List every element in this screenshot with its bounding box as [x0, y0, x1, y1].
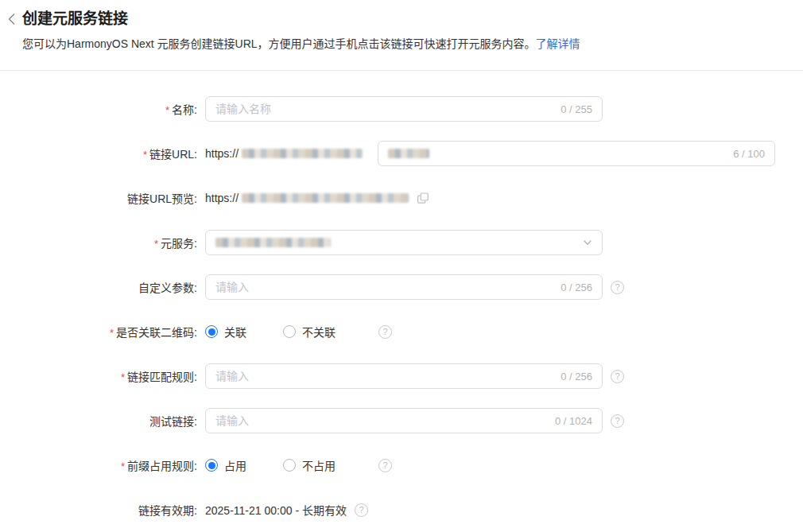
test-link-label: 测试链接: — [0, 413, 197, 429]
form-row-prefix-occupy: *前缀占用规则: 占用 不占用 ? — [0, 452, 803, 478]
radio-unselected-icon — [283, 325, 296, 338]
required-asterisk: * — [110, 327, 114, 339]
custom-params-label: 自定义参数: — [0, 279, 197, 295]
form-row-link-url: *链接URL: https:// 6 / 100 — [0, 141, 803, 166]
required-asterisk: * — [165, 104, 169, 116]
page-subtitle: 您可以为HarmonyOS Next 元服务创建链接URL，方便用户通过手机点击… — [22, 35, 580, 51]
name-label: *名称: — [0, 101, 197, 117]
help-icon[interactable]: ? — [611, 414, 624, 428]
help-icon[interactable]: ? — [378, 325, 392, 339]
required-asterisk: * — [143, 149, 147, 161]
chevron-down-icon — [583, 238, 592, 247]
test-link-char-counter: 0 / 1024 — [555, 415, 592, 427]
radio-selected-icon — [205, 459, 218, 472]
url-preview-label: 链接URL预览: — [0, 190, 197, 206]
redacted-domain-text — [242, 149, 363, 158]
create-link-form: *名称: 0 / 255 *链接URL: https:// 6 / 100 链接… — [0, 71, 803, 522]
form-row-qr-associate: *是否关联二维码: 关联 不关联 ? — [0, 319, 803, 344]
atomic-service-select[interactable] — [205, 230, 603, 255]
custom-params-char-counter: 0 / 256 — [561, 282, 592, 293]
form-row-test-link: 测试链接: 0 / 1024 ? — [0, 408, 803, 433]
help-icon[interactable]: ? — [611, 281, 624, 294]
link-url-label: *链接URL: — [0, 146, 197, 161]
radio-unselected-icon — [283, 459, 296, 472]
custom-params-input[interactable] — [215, 281, 554, 293]
back-icon[interactable] — [5, 12, 19, 26]
link-url-char-counter: 6 / 100 — [733, 148, 765, 160]
radio-option-not-occupy[interactable]: 不占用 — [283, 457, 336, 473]
name-char-counter: 0 / 255 — [561, 103, 592, 115]
qr-associate-label: *是否关联二维码: — [0, 324, 197, 340]
link-match-rule-input[interactable] — [215, 370, 554, 382]
radio-option-associate[interactable]: 关联 — [205, 324, 246, 340]
prefix-occupy-label: *前缀占用规则: — [0, 457, 197, 473]
redacted-service-name — [215, 238, 331, 247]
help-icon[interactable]: ? — [611, 370, 624, 383]
link-url-prefix: https:// — [205, 147, 378, 160]
radio-option-not-associate[interactable]: 不关联 — [283, 324, 336, 340]
help-icon[interactable]: ? — [355, 503, 368, 517]
url-scheme-text: https:// — [205, 147, 239, 160]
form-row-name: *名称: 0 / 255 — [0, 96, 803, 122]
help-icon[interactable]: ? — [378, 459, 392, 472]
link-validity-label: 链接有效期: — [0, 502, 197, 518]
page-header: 创建元服务链接 您可以为HarmonyOS Next 元服务创建链接URL，方便… — [0, 0, 803, 71]
form-row-link-validity: 链接有效期: 2025-11-21 00:00 - 长期有效 ? — [0, 497, 803, 522]
redacted-preview-url — [242, 193, 409, 203]
radio-selected-icon — [205, 325, 218, 338]
learn-more-link[interactable]: 了解详情 — [536, 37, 580, 50]
name-input-box: 0 / 255 — [205, 96, 603, 122]
link-validity-value: 2025-11-21 00:00 - 长期有效 — [205, 502, 347, 518]
form-row-atomic-service: *元服务: — [0, 230, 803, 255]
atomic-service-label: *元服务: — [0, 235, 197, 250]
required-asterisk: * — [121, 371, 125, 383]
test-link-input[interactable] — [215, 414, 549, 427]
link-match-rule-input-box: 0 / 256 — [205, 363, 603, 389]
link-url-input-box: 6 / 100 — [378, 141, 775, 166]
radio-option-occupy[interactable]: 占用 — [205, 457, 246, 473]
url-preview-scheme-text: https:// — [205, 192, 239, 204]
required-asterisk: * — [154, 238, 158, 250]
form-row-url-preview: 链接URL预览: https:// — [0, 185, 803, 211]
link-url-input[interactable] — [429, 147, 727, 160]
form-row-custom-params: 自定义参数: 0 / 256 ? — [0, 274, 803, 300]
subtitle-text: 您可以为HarmonyOS Next 元服务创建链接URL，方便用户通过手机点击… — [22, 37, 536, 50]
form-row-link-match-rule: *链接匹配规则: 0 / 256 ? — [0, 363, 803, 389]
link-match-rule-label: *链接匹配规则: — [0, 368, 197, 384]
redacted-path-value — [388, 149, 429, 158]
name-input[interactable] — [215, 103, 554, 115]
page-title: 创建元服务链接 — [22, 6, 128, 28]
custom-params-input-box: 0 / 256 — [205, 274, 603, 300]
required-asterisk: * — [121, 460, 125, 472]
test-link-input-box: 0 / 1024 — [205, 408, 603, 433]
copy-icon[interactable] — [417, 192, 430, 205]
link-match-rule-char-counter: 0 / 256 — [561, 371, 592, 382]
